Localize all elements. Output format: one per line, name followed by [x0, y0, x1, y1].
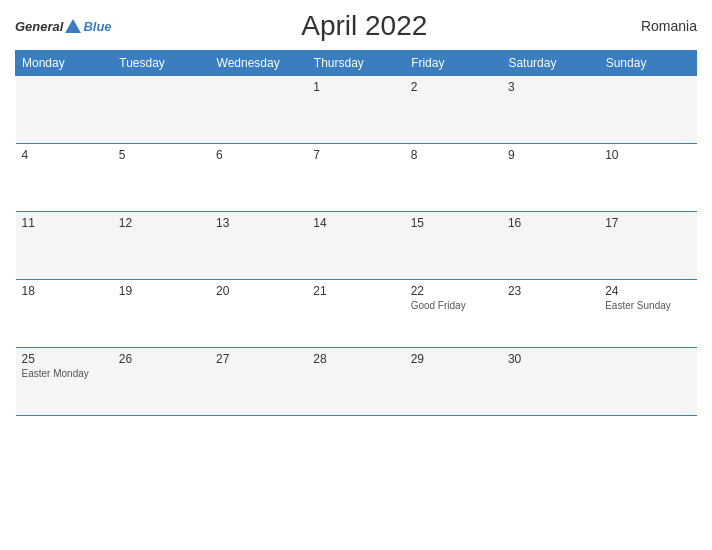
calendar-cell: 15: [405, 212, 502, 280]
calendar-cell: [16, 76, 113, 144]
day-number: 10: [605, 148, 690, 162]
day-number: 19: [119, 284, 204, 298]
calendar-cell: 7: [307, 144, 404, 212]
day-number: 28: [313, 352, 398, 366]
day-number: 6: [216, 148, 301, 162]
calendar-page: General Blue April 2022 Romania MondayTu…: [0, 0, 712, 550]
calendar-cell: 23: [502, 280, 599, 348]
calendar-cell: 5: [113, 144, 210, 212]
day-number: 5: [119, 148, 204, 162]
weekday-header-thursday: Thursday: [307, 51, 404, 76]
calendar-week-row: 1819202122Good Friday2324Easter Sunday: [16, 280, 697, 348]
day-number: 7: [313, 148, 398, 162]
weekday-header-wednesday: Wednesday: [210, 51, 307, 76]
calendar-cell: 4: [16, 144, 113, 212]
event-label: Easter Monday: [22, 368, 107, 379]
day-number: 17: [605, 216, 690, 230]
weekday-header-friday: Friday: [405, 51, 502, 76]
weekday-header-tuesday: Tuesday: [113, 51, 210, 76]
day-number: 26: [119, 352, 204, 366]
calendar-cell: 30: [502, 348, 599, 416]
calendar-cell: 3: [502, 76, 599, 144]
calendar-cell: 12: [113, 212, 210, 280]
calendar-cell: 25Easter Monday: [16, 348, 113, 416]
calendar-cell: 24Easter Sunday: [599, 280, 696, 348]
calendar-cell: 11: [16, 212, 113, 280]
day-number: 18: [22, 284, 107, 298]
logo-blue-container: Blue: [63, 19, 111, 34]
calendar-table: MondayTuesdayWednesdayThursdayFridaySatu…: [15, 50, 697, 416]
day-number: 4: [22, 148, 107, 162]
day-number: 23: [508, 284, 593, 298]
calendar-title: April 2022: [112, 10, 617, 42]
calendar-cell: 9: [502, 144, 599, 212]
calendar-cell: [113, 76, 210, 144]
weekday-header-monday: Monday: [16, 51, 113, 76]
day-number: 20: [216, 284, 301, 298]
country-label: Romania: [617, 18, 697, 34]
day-number: 3: [508, 80, 593, 94]
day-number: 13: [216, 216, 301, 230]
day-number: 22: [411, 284, 496, 298]
calendar-week-row: 45678910: [16, 144, 697, 212]
calendar-cell: 22Good Friday: [405, 280, 502, 348]
event-label: Good Friday: [411, 300, 496, 311]
logo-general-text: General: [15, 19, 63, 34]
calendar-cell: 1: [307, 76, 404, 144]
event-label: Easter Sunday: [605, 300, 690, 311]
day-number: 11: [22, 216, 107, 230]
day-number: 25: [22, 352, 107, 366]
day-number: 27: [216, 352, 301, 366]
calendar-cell: 18: [16, 280, 113, 348]
day-number: 12: [119, 216, 204, 230]
day-number: 9: [508, 148, 593, 162]
logo: General Blue: [15, 19, 112, 34]
calendar-cell: 13: [210, 212, 307, 280]
day-number: 8: [411, 148, 496, 162]
day-number: 2: [411, 80, 496, 94]
day-number: 1: [313, 80, 398, 94]
calendar-header: General Blue April 2022 Romania: [15, 10, 697, 42]
calendar-week-row: 25Easter Monday2627282930: [16, 348, 697, 416]
calendar-cell: 17: [599, 212, 696, 280]
calendar-cell: 2: [405, 76, 502, 144]
day-number: 29: [411, 352, 496, 366]
calendar-cell: 28: [307, 348, 404, 416]
calendar-week-row: 123: [16, 76, 697, 144]
weekday-header-saturday: Saturday: [502, 51, 599, 76]
day-number: 21: [313, 284, 398, 298]
calendar-cell: 10: [599, 144, 696, 212]
logo-triangle-icon: [65, 19, 81, 33]
calendar-cell: 29: [405, 348, 502, 416]
day-number: 24: [605, 284, 690, 298]
logo-blue-text: Blue: [83, 19, 111, 34]
calendar-header-row: MondayTuesdayWednesdayThursdayFridaySatu…: [16, 51, 697, 76]
day-number: 15: [411, 216, 496, 230]
calendar-cell: 8: [405, 144, 502, 212]
day-number: 30: [508, 352, 593, 366]
calendar-cell: [210, 76, 307, 144]
calendar-cell: 19: [113, 280, 210, 348]
weekday-header-row: MondayTuesdayWednesdayThursdayFridaySatu…: [16, 51, 697, 76]
calendar-body: 12345678910111213141516171819202122Good …: [16, 76, 697, 416]
day-number: 16: [508, 216, 593, 230]
calendar-cell: 20: [210, 280, 307, 348]
calendar-cell: 26: [113, 348, 210, 416]
weekday-header-sunday: Sunday: [599, 51, 696, 76]
calendar-cell: 21: [307, 280, 404, 348]
calendar-cell: 16: [502, 212, 599, 280]
day-number: 14: [313, 216, 398, 230]
calendar-cell: 6: [210, 144, 307, 212]
calendar-cell: 14: [307, 212, 404, 280]
calendar-cell: 27: [210, 348, 307, 416]
calendar-cell: [599, 76, 696, 144]
calendar-week-row: 11121314151617: [16, 212, 697, 280]
calendar-cell: [599, 348, 696, 416]
